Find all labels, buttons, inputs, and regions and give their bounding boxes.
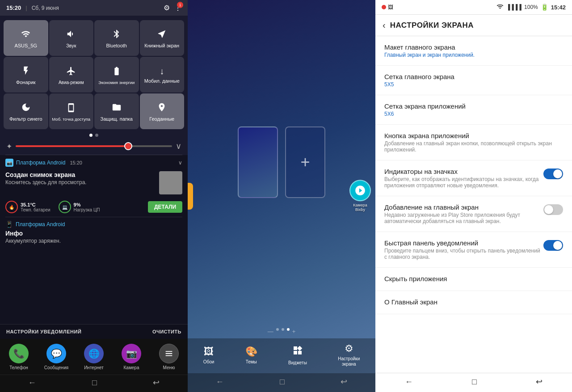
tile-data[interactable]: ↓ Мобил. данные: [140, 57, 185, 93]
brightness-expand-button[interactable]: ∨: [176, 141, 181, 151]
setting-quick-notif-sub: Проведите пальцем вниз, чтобы открыть па…: [384, 248, 543, 260]
p1-back-button[interactable]: ←: [28, 378, 36, 388]
sound-icon: [66, 29, 76, 40]
home-screen-thumb-1[interactable]: [238, 126, 278, 198]
tile-sound[interactable]: Звук: [49, 20, 94, 56]
notif2-app-name: Платформа Android: [16, 221, 65, 228]
tile-geodata[interactable]: Геоданные: [140, 93, 185, 129]
notif1-app-icon: 📷: [5, 159, 13, 167]
quick-notif-toggle[interactable]: [543, 240, 563, 251]
setting-about-home[interactable]: О Главный экран: [375, 291, 572, 314]
screen-settings-icon: ⚙: [345, 343, 353, 354]
tile-hotspot[interactable]: Моб. точка доступа: [49, 93, 94, 129]
setting-home-grid-title: Сетка главного экрана: [384, 73, 563, 80]
overflow-icon[interactable]: ⋮ 1: [174, 4, 181, 12]
tile-torch-label: Фонарик: [16, 80, 36, 85]
gear-icon[interactable]: ⚙: [164, 4, 170, 12]
setting-apps-button[interactable]: Кнопка экрана приложений Добавление на г…: [375, 125, 572, 160]
themes-option[interactable]: 🎨 Темы: [245, 346, 257, 364]
tile-geodata-label: Геоданные: [149, 116, 174, 122]
p3-back-nav-button[interactable]: ←: [405, 377, 413, 387]
home-bottom-bar: 🖼 Обои 🎨 Темы Виджеты ⚙ Настройкиэкрана: [188, 338, 375, 373]
add-home-toggle[interactable]: [543, 204, 563, 215]
tile-wifi[interactable]: ASUS_5G: [4, 20, 48, 56]
home-page-dots: — +: [188, 325, 375, 338]
home-dot-1[interactable]: [276, 328, 279, 331]
widgets-option[interactable]: Виджеты: [288, 345, 307, 365]
brightness-row: ✦ ∨: [0, 139, 188, 155]
tile-bluetooth[interactable]: Bluetooth: [94, 20, 139, 56]
tile-torch[interactable]: Фонарик: [4, 57, 48, 93]
notification-bottom-bar: НАСТРОЙКИ УВЕДОМЛЕНИЙ ОЧИСТИТЬ: [0, 324, 188, 339]
setting-quick-notif[interactable]: Быстрая панель уведомлений Проведите пал…: [375, 232, 572, 268]
notif-stats-row: 🔥 35.1°C Темп. батареи 💻 9% Нагрузка ЦП …: [0, 199, 188, 217]
setting-home-grid[interactable]: Сетка главного экрана 5X5: [375, 66, 572, 95]
p3-system-nav: ← □ ↩: [375, 373, 572, 392]
p2-home-button[interactable]: □: [280, 377, 285, 387]
bluetooth-icon: [112, 29, 122, 40]
book-icon: [157, 29, 167, 40]
p1-home-button[interactable]: □: [92, 378, 97, 388]
p2-back-button[interactable]: ←: [216, 377, 224, 387]
screen-settings-option[interactable]: ⚙ Настройкиэкрана: [338, 343, 360, 367]
setting-hide-apps[interactable]: Скрыть приложения: [375, 268, 572, 291]
home-screens-area[interactable]: +: [188, 0, 375, 325]
p3-status-bar: 🖼 ▐▐▐▐ 100% 🔋 15:42: [375, 0, 572, 15]
p2-recents-button[interactable]: ↩: [341, 377, 347, 387]
p3-back-button[interactable]: ‹: [383, 20, 386, 30]
home-dot-3[interactable]: [287, 328, 290, 331]
tile-safefolder[interactable]: Защищ. папка: [94, 93, 139, 129]
dock-app-browser[interactable]: 🌐 Интернет: [75, 340, 113, 374]
tile-page-dots: [0, 134, 188, 137]
battery-icon: [112, 66, 122, 77]
notifications-section: 📷 Платформа Android 15:20 ∨ Создан снимо…: [0, 155, 188, 324]
p3-recents-nav-button[interactable]: ↩: [536, 377, 543, 387]
notif-settings-button[interactable]: НАСТРОЙКИ УВЕДОМЛЕНИЙ: [6, 329, 81, 334]
browser-label: Интернет: [84, 365, 104, 370]
tile-book[interactable]: Книжный экран: [140, 20, 185, 56]
tile-battery[interactable]: Экономия энергии: [94, 57, 139, 93]
setting-badge-icons[interactable]: Индикаторы на значках Выберите, как отоб…: [375, 160, 572, 196]
p1-recents-button[interactable]: ↩: [153, 378, 160, 388]
badge-toggle[interactable]: [543, 169, 563, 179]
setting-add-home[interactable]: Добавление на главный экран Недавно загр…: [375, 196, 572, 232]
messages-icon: 💬: [46, 344, 66, 363]
hotspot-icon: [66, 103, 76, 114]
tile-hotspot-label: Моб. точка доступа: [52, 117, 90, 122]
details-button[interactable]: ДЕТАЛИ: [148, 201, 182, 213]
quick-tiles-grid: ASUS_5G Звук Bluetooth Книжный экран Фо: [0, 16, 188, 131]
setting-home-layout[interactable]: Макет главного экрана Главный экран и эк…: [375, 36, 572, 66]
temp-label: Темп. батареи: [21, 207, 50, 212]
setting-apps-button-sub: Добавление на главный экран кнопки, позв…: [384, 140, 563, 153]
tile-filter[interactable]: Фильтр синего: [4, 93, 48, 129]
home-screen-add[interactable]: +: [285, 126, 325, 198]
setting-apps-grid[interactable]: Сетка экрана приложений 5X6: [375, 95, 572, 125]
settings-list: Макет главного экрана Главный экран и эк…: [375, 36, 572, 373]
dock-app-menu[interactable]: Меню: [150, 340, 188, 374]
p3-photo-icon: 🖼: [388, 4, 393, 10]
setting-home-grid-sub: 5X5: [384, 81, 563, 88]
tile-dot-2[interactable]: [95, 134, 98, 137]
setting-add-home-sub: Недавно загруженные из Play Store прилож…: [384, 212, 543, 224]
brightness-slider[interactable]: [16, 145, 172, 147]
status-time: 15:20: [6, 4, 21, 11]
home-dot-2[interactable]: [282, 328, 284, 331]
dock-app-messages[interactable]: 💬 Сообщения: [38, 340, 75, 374]
notif2-text: Аккумулятор заряжен.: [0, 238, 188, 249]
display-settings-panel: 🖼 ▐▐▐▐ 100% 🔋 15:42 ‹ НАСТРОЙКИ ЭКРАНА М…: [375, 0, 572, 392]
browser-icon: 🌐: [84, 344, 104, 363]
setting-apps-grid-title: Сетка экрана приложений: [384, 102, 563, 110]
airplane-icon: [66, 66, 76, 77]
wallpaper-option[interactable]: 🖼 Обои: [203, 346, 214, 364]
p3-home-nav-button[interactable]: □: [472, 377, 477, 387]
wifi-icon: [21, 29, 31, 40]
torch-icon: [21, 66, 31, 77]
tile-airplane[interactable]: Авиа-режим: [49, 57, 94, 93]
notif-clear-button[interactable]: ОЧИСТИТЬ: [152, 329, 181, 334]
tile-dot-1[interactable]: [89, 134, 93, 137]
setting-badge-title: Индикаторы на значках: [384, 168, 543, 175]
dock-app-camera[interactable]: 📷 Камера: [113, 340, 150, 374]
notif1-expand-icon[interactable]: ∨: [178, 160, 182, 166]
add-home-toggle-thumb: [544, 205, 553, 214]
dock-app-phone[interactable]: 📞 Телефон: [0, 340, 38, 374]
